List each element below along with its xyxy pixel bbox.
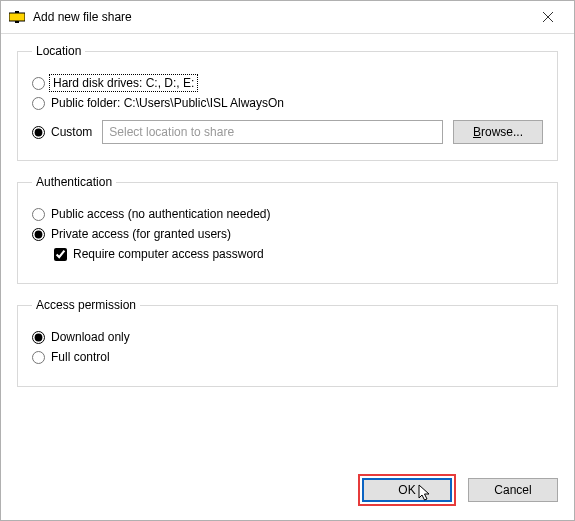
svg-rect-2	[15, 21, 19, 23]
radio-full-control[interactable]: Full control	[32, 350, 110, 364]
group-access-permission: Access permission Download only Full con…	[17, 298, 558, 387]
radio-custom[interactable]: Custom	[32, 125, 92, 139]
radio-full-control-label: Full control	[51, 350, 110, 364]
radio-public-access-input[interactable]	[32, 208, 45, 221]
radio-private-access[interactable]: Private access (for granted users)	[32, 227, 231, 241]
dialog-add-file-share: Add new file share Location Hard disk dr…	[0, 0, 575, 521]
cursor-icon	[418, 484, 432, 505]
radio-custom-input[interactable]	[32, 126, 45, 139]
cancel-button-label: Cancel	[494, 483, 531, 497]
browse-button[interactable]: Browse...	[453, 120, 543, 144]
radio-private-access-label: Private access (for granted users)	[51, 227, 231, 241]
cancel-button[interactable]: Cancel	[468, 478, 558, 502]
app-icon	[9, 9, 25, 25]
dialog-body: Location Hard disk drives: C:, D:, E: Pu…	[1, 34, 574, 387]
radio-hard-disk[interactable]: Hard disk drives: C:, D:, E:	[32, 76, 196, 90]
checkbox-require-password-input[interactable]	[54, 248, 67, 261]
group-location: Location Hard disk drives: C:, D:, E: Pu…	[17, 44, 558, 161]
radio-hard-disk-input[interactable]	[32, 77, 45, 90]
radio-download-only-label: Download only	[51, 330, 130, 344]
titlebar: Add new file share	[1, 1, 574, 34]
close-button[interactable]	[528, 4, 568, 30]
svg-rect-1	[15, 11, 19, 13]
radio-public-access-label: Public access (no authentication needed)	[51, 207, 270, 221]
dialog-footer: OK Cancel	[358, 474, 558, 506]
group-authentication: Authentication Public access (no authent…	[17, 175, 558, 284]
group-access-permission-legend: Access permission	[32, 298, 140, 312]
radio-public-folder-label: Public folder: C:\Users\Public\ISL Alway…	[51, 96, 284, 110]
radio-public-folder-input[interactable]	[32, 97, 45, 110]
dialog-title: Add new file share	[33, 10, 528, 24]
svg-rect-0	[9, 13, 25, 21]
checkbox-require-password-label: Require computer access password	[73, 247, 264, 261]
radio-hard-disk-label: Hard disk drives: C:, D:, E:	[51, 76, 196, 90]
radio-full-control-input[interactable]	[32, 351, 45, 364]
checkbox-require-password[interactable]: Require computer access password	[54, 247, 264, 261]
radio-download-only[interactable]: Download only	[32, 330, 130, 344]
radio-custom-label: Custom	[51, 125, 92, 139]
group-authentication-legend: Authentication	[32, 175, 116, 189]
radio-download-only-input[interactable]	[32, 331, 45, 344]
radio-public-access[interactable]: Public access (no authentication needed)	[32, 207, 270, 221]
ok-highlight: OK	[358, 474, 456, 506]
close-icon	[543, 12, 553, 22]
ok-button[interactable]: OK	[362, 478, 452, 502]
custom-location-input[interactable]	[102, 120, 443, 144]
ok-button-label: OK	[398, 483, 415, 497]
group-location-legend: Location	[32, 44, 85, 58]
browse-button-label: Browse...	[473, 125, 523, 139]
radio-public-folder[interactable]: Public folder: C:\Users\Public\ISL Alway…	[32, 96, 284, 110]
radio-private-access-input[interactable]	[32, 228, 45, 241]
